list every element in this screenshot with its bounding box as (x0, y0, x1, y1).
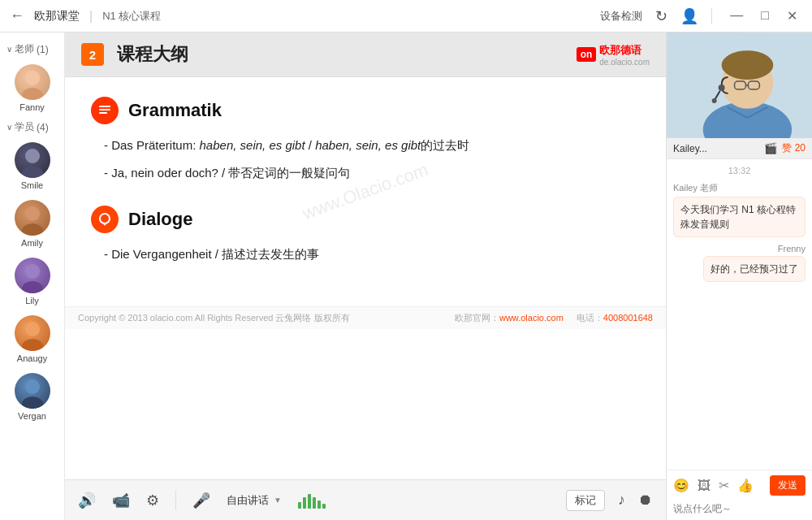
svg-point-0 (25, 71, 40, 85)
user-name-anaugy: Anaugy (17, 353, 47, 363)
teacher-label: 老师 (15, 42, 34, 56)
logo-brand: 欧那德语 (599, 43, 650, 58)
sidebar: ∨ 老师 (1) Fanny ∨ 学员 (4) (0, 32, 65, 520)
student-arrow-icon[interactable]: ∨ (6, 123, 12, 132)
grammar-bullet-2: - Ja, nein oder doch? / 带否定词的一般疑问句 (104, 163, 640, 183)
chat-bubble-kailey: 今天我们学习 N1 核心程特殊发音规则 (673, 197, 806, 237)
vol-bar-5 (317, 500, 321, 509)
minimize-button[interactable]: — (725, 6, 748, 25)
avatar-smile (15, 142, 50, 178)
vol-bar-1 (298, 502, 301, 509)
footer-right: 欧那官网：www.olacio.com 电话：4008001648 (455, 312, 653, 324)
main-layout: ∨ 老师 (1) Fanny ∨ 学员 (4) (0, 32, 812, 520)
grammar-title: Grammatik (128, 100, 222, 121)
sidebar-user-lily[interactable]: Lily (0, 253, 64, 310)
svg-rect-12 (99, 106, 110, 107)
chat-input-field[interactable] (673, 503, 806, 514)
avatar-amily (15, 200, 50, 236)
student-label: 学员 (15, 120, 34, 134)
volume-bars (298, 492, 326, 509)
image-button[interactable]: 🖼 (698, 479, 710, 493)
svg-point-10 (25, 379, 40, 394)
back-button[interactable]: ← (10, 7, 24, 24)
vol-bar-3 (308, 494, 311, 509)
dialog-bullet-1: - Die Vergangenheit / 描述过去发生的事 (104, 245, 640, 264)
grammar-heading: Grammatik (91, 97, 640, 124)
sidebar-user-anaugy[interactable]: Anaugy (0, 310, 64, 368)
teacher-count: (1) (37, 44, 49, 55)
slide-title: 课程大纲 (117, 42, 188, 67)
teacher-video (667, 32, 812, 138)
svg-point-11 (22, 396, 43, 409)
talk-mode-label: 自由讲话 (227, 493, 269, 508)
talk-mode-arrow: ▼ (274, 496, 282, 505)
slide-header: 2 课程大纲 on 欧那德语 de.olacio.com (65, 32, 666, 77)
refresh-icon[interactable]: ↻ (655, 7, 667, 25)
chat-bubble-frenny: 好的，已经预习过了 (703, 256, 806, 282)
svg-rect-13 (99, 109, 110, 110)
slide-logo: on 欧那德语 de.olacio.com (577, 43, 650, 67)
emoji-button[interactable]: 😊 (673, 478, 689, 493)
tag-button[interactable]: 标记 (566, 490, 605, 511)
teacher-video-name: Kailey... (673, 143, 707, 154)
video-icons: 🎬 赞 20 (764, 141, 806, 155)
svg-point-4 (25, 206, 40, 221)
svg-point-6 (25, 264, 40, 279)
settings-button[interactable]: ⚙ (146, 492, 159, 509)
svg-point-7 (22, 281, 43, 293)
footer-copyright: Copyright © 2013 olacio.com All Rights R… (78, 312, 350, 324)
slide-container: 2 课程大纲 on 欧那德语 de.olacio.com www.Olacio.… (65, 32, 666, 479)
dialog-title: Dialoge (128, 209, 192, 230)
toolbar-right: 标记 ♪ ⏺ (566, 490, 653, 511)
right-panel: Kailey... 🎬 赞 20 13:32 Kailey 老师 今天我们学习 … (666, 32, 812, 520)
grammar-icon (91, 97, 119, 124)
chat-area: 13:32 Kailey 老师 今天我们学习 N1 核心程特殊发音规则 Fren… (667, 159, 812, 470)
svg-point-3 (22, 166, 43, 178)
footer-link[interactable]: www.olacio.com (499, 313, 564, 323)
dialog-section: Dialoge - Die Vergangenheit / 描述过去发生的事 (91, 206, 640, 264)
maximize-button[interactable]: □ (756, 6, 774, 25)
svg-point-9 (22, 339, 43, 351)
svg-point-26 (712, 98, 717, 103)
zan-count: 赞 20 (782, 141, 806, 155)
video-info-bar: Kailey... 🎬 赞 20 (667, 138, 812, 159)
avatar-vergan (15, 373, 50, 409)
teacher-arrow-icon[interactable]: ∨ (6, 45, 12, 54)
user-icon[interactable]: 👤 (680, 7, 698, 25)
vol-bar-2 (303, 497, 306, 509)
video-button[interactable]: 📹 (112, 492, 130, 509)
music-button[interactable]: ♪ (618, 492, 625, 509)
record-button[interactable]: ⏺ (638, 492, 653, 509)
svg-point-15 (100, 214, 110, 223)
course-name: N1 核心课程 (102, 9, 161, 24)
mic-button[interactable]: 🎤 (192, 492, 210, 509)
window-controls: — □ ✕ (725, 6, 802, 25)
sidebar-user-fanny[interactable]: Fanny (0, 59, 64, 117)
logo-on: on (577, 47, 597, 62)
title-bar: ← 欧那课堂 | N1 核心课程 设备检测 ↻ 👤 — □ ✕ (0, 0, 812, 32)
detect-button[interactable]: 设备检测 (600, 9, 642, 24)
scissors-button[interactable]: ✂ (719, 478, 729, 493)
footer-phone: 电话：4008001648 (577, 312, 653, 324)
avatar-lily (15, 258, 50, 293)
close-button[interactable]: ✕ (782, 6, 802, 25)
send-button[interactable]: 发送 (770, 475, 806, 496)
speaker-button[interactable]: 🔊 (78, 492, 96, 509)
thumb-button[interactable]: 👍 (737, 478, 754, 493)
user-name-fanny: Fanny (19, 102, 45, 112)
vol-bar-4 (313, 497, 316, 509)
sidebar-user-smile[interactable]: Smile (0, 137, 64, 195)
sidebar-user-vergan[interactable]: Vergan (0, 368, 64, 426)
title-bar-right: 设备检测 ↻ 👤 — □ ✕ (600, 6, 802, 25)
slide-footer: Copyright © 2013 olacio.com All Rights R… (65, 306, 666, 329)
svg-point-24 (719, 84, 725, 91)
video-area (667, 32, 812, 138)
title-bar-left: ← 欧那课堂 | N1 核心课程 (10, 7, 161, 24)
sidebar-user-amily[interactable]: Amily (0, 195, 64, 253)
talk-mode-selector[interactable]: 自由讲话 ▼ (227, 493, 282, 508)
grammar-section: Grammatik - Das Präteritum: haben, sein,… (91, 97, 640, 183)
chat-input-area: 😊 🖼 ✂ 👍 发送 (667, 470, 812, 520)
bottom-toolbar: 🔊 📹 ⚙ 🎤 自由讲话 ▼ 标记 ♪ ⏺ (65, 479, 666, 520)
chat-sender-kailey: Kailey 老师 (673, 182, 806, 194)
student-section-label: ∨ 学员 (4) (0, 117, 64, 137)
